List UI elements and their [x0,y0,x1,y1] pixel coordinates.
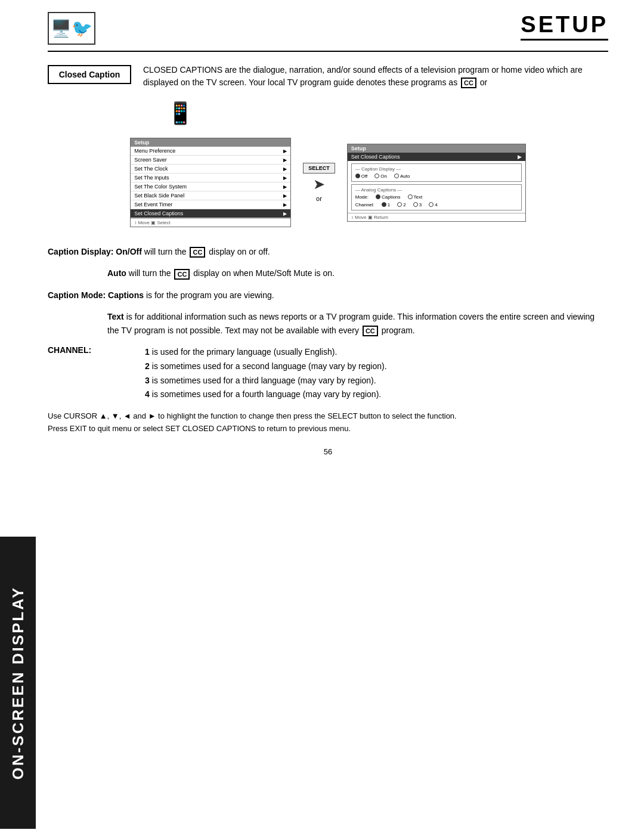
footer-line2: Press EXIT to quit menu or select SET CL… [48,423,608,435]
caption-display-options: Off On Auto [355,174,518,179]
channel-item-4: 4 is sometimes used for a fourth languag… [145,388,386,402]
desc-text-2: or [480,78,487,87]
option-off: Off [355,174,368,179]
right-arrow-icon: ➤ [313,176,325,193]
caption-mode-text: is for the program you are viewing. [146,290,274,300]
mode-options: Mode: Captions Text [355,194,518,200]
text-para-text2: program. [382,326,415,335]
caption-display-text1: will turn the [144,247,189,256]
logo-area: 🖥️🐦 [48,12,95,45]
menu-item-color-system: Set The Color System▶ [131,182,290,191]
radio-off-dot [355,174,360,178]
radio-captions-dot [376,194,380,199]
text-para-text1: is for additional information such as ne… [107,312,595,335]
mode-captions-label: Captions [382,194,401,200]
analog-captions-group: — Analog Captions — Mode: Captions Text … [351,184,522,210]
text-para: Text is for additional information such … [107,310,608,337]
left-menu: Setup Menu Preference▶ Screen Saver▶ Set… [130,138,291,227]
cc-badge-1: CC [461,78,476,88]
channel-item-3: 3 is sometimes used for a third language… [145,374,386,388]
remote-icon: 📱 [167,101,194,125]
menu-item-set-clock: Set The Clock▶ [131,165,290,174]
left-menu-footer: ↕ Move ▣ Select [131,218,290,227]
channel-1: 1 [382,202,390,208]
menu-item-closed-captions: Set Closed Captions▶ [131,209,290,218]
right-menu-footer: ↕ Move ▣ Return [348,213,525,221]
option-auto-label: Auto [400,174,410,179]
mode-captions: Captions [376,194,401,200]
auto-text1: will turn the [129,268,174,278]
right-menu-highlighted-title: Set Closed Captions [351,154,400,160]
menu-item-set-inputs: Set The Inputs▶ [131,174,290,182]
option-auto: Auto [394,174,410,179]
diagrams-area: Setup Menu Preference▶ Screen Saver▶ Set… [48,138,608,227]
channel-item-1: 1 is used for the primary language (usua… [145,345,386,360]
auto-bold: Auto [107,268,126,278]
logo-box: 🖥️🐦 [48,12,95,45]
channel-section: CHANNEL: 1 is used for the primary langu… [48,345,608,402]
page-header: 🖥️🐦 SETUP [48,12,608,45]
menu-item-event-timer: Set Event Timer▶ [131,200,290,209]
menu-item-screen-saver: Screen Saver▶ [131,156,290,165]
auto-text2: display on when Mute/Soft Mute is on. [193,268,335,278]
footer-instructions: Use CURSOR ▲, ▼, ◄ and ► to highlight th… [48,410,608,435]
radio-on-dot [374,174,379,178]
page-title: SETUP [521,12,608,41]
caption-display-group: — Caption Display — Off On Auto [351,163,522,182]
closed-caption-description: CLOSED CAPTIONS are the dialogue, narrat… [143,64,608,89]
option-on-label: On [380,174,387,179]
option-off-label: Off [361,174,368,179]
select-button: SELECT [303,163,335,174]
radio-auto-dot [394,174,399,178]
auto-para: Auto will turn the CC display on when Mu… [107,267,608,280]
right-menu-title: Setup [348,144,525,153]
caption-display-para: Caption Display: On/Off will turn the CC… [48,245,608,258]
channel-item-2: 2 is sometimes used for a second languag… [145,360,386,374]
radio-ch4-dot [429,202,434,207]
option-on: On [374,174,387,179]
left-menu-title: Setup [131,138,290,147]
arrow-section: SELECT ➤ or [303,163,335,202]
caption-display-title: — Caption Display — [355,166,518,172]
channel-options: Channel: 1 2 3 4 [355,202,518,208]
mode-text-label: Text [414,194,423,200]
channel-3: 3 [413,202,422,208]
text-bold: Text [107,312,124,321]
menu-item-black-panel: Set Black Side Panel▶ [131,191,290,200]
caption-display-bold: Caption Display: On/Off [48,247,142,256]
radio-ch2-dot [397,202,402,207]
channel-items: 1 is used for the primary language (usua… [145,345,386,402]
closed-caption-label: Closed Caption [48,65,131,84]
caption-mode-para: Caption Mode: Captions is for the progra… [48,289,608,302]
mode-text: Text [408,194,423,200]
connector-text: or [316,195,322,202]
channel-2: 2 [397,202,405,208]
page-number: 56 [48,447,608,462]
title-area: SETUP [521,12,608,41]
channel-label: Channel: [355,202,374,208]
header-rule [48,51,608,52]
menu-item-menu-preference: Menu Preference▶ [131,147,290,156]
remote-symbol: 📱 [167,101,608,126]
channel-4: 4 [429,202,437,208]
cc-badge-3: CC [174,269,190,280]
radio-ch1-dot [382,202,386,207]
cc-badge-4: CC [363,326,378,336]
ch2-label: 2 [403,202,405,208]
closed-caption-section: Closed Caption CLOSED CAPTIONS are the d… [48,64,608,89]
footer-line1: Use CURSOR ▲, ▼, ◄ and ► to highlight th… [48,410,608,423]
radio-ch3-dot [413,202,418,207]
channel-row: CHANNEL: 1 is used for the primary langu… [48,345,608,402]
logo-icon: 🖥️🐦 [51,18,92,38]
ch3-label: 3 [419,202,422,208]
right-menu-highlighted: Set Closed Captions ▶ [348,153,525,161]
captions-bold: Captions [108,290,144,300]
analog-captions-title: — Analog Captions — [355,187,518,193]
caption-display-text2: display on or off. [209,247,270,256]
channel-bold-label: CHANNEL: [48,345,91,402]
sidebar-text: ON-SCREEN DISPLAY [9,586,27,780]
ch4-label: 4 [435,202,437,208]
radio-text-dot [408,194,413,199]
mode-label: Mode: [355,194,369,200]
cc-badge-2: CC [190,247,205,258]
